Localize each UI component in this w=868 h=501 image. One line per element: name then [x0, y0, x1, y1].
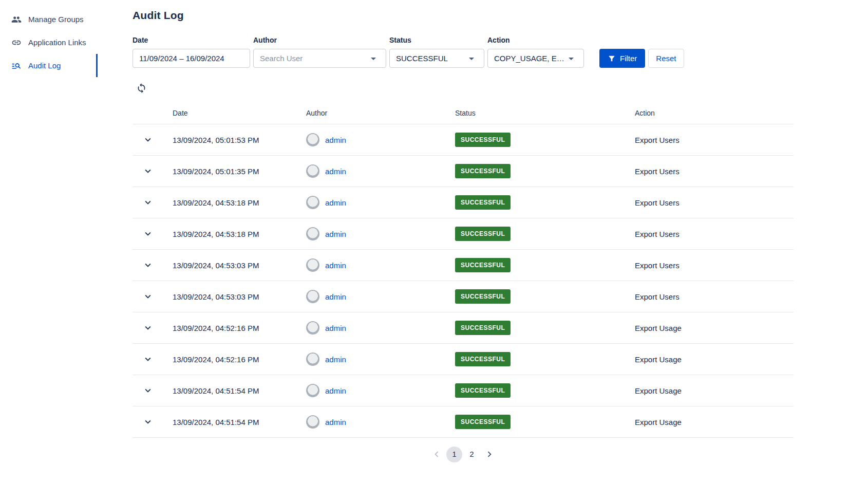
- row-status-cell: SUCCESSFUL: [455, 415, 635, 429]
- expand-cell: [133, 353, 173, 365]
- link-icon: [11, 38, 22, 48]
- table-header-row: Date Author Status Action: [133, 102, 794, 124]
- avatar: [306, 352, 319, 366]
- sidebar-item-label: Manage Groups: [28, 15, 84, 24]
- column-action: Action: [635, 109, 794, 117]
- sidebar-item-label: Audit Log: [28, 61, 61, 70]
- author-link[interactable]: admin: [325, 136, 346, 144]
- filter-icon: [608, 54, 616, 63]
- row-expand-button[interactable]: [142, 416, 154, 428]
- row-author-cell: admin: [306, 227, 455, 240]
- date-range-input[interactable]: [139, 54, 243, 63]
- date-filter-group: Date: [133, 36, 250, 68]
- page-title: Audit Log: [133, 9, 794, 22]
- status-select[interactable]: SUCCESSFUL: [389, 49, 484, 68]
- previous-page-button[interactable]: [428, 446, 445, 462]
- refresh-button[interactable]: [135, 81, 148, 95]
- sidebar-item-audit-log[interactable]: Audit Log: [0, 54, 98, 77]
- row-author-cell: admin: [306, 290, 455, 303]
- filter-button-label: Filter: [620, 54, 637, 63]
- chevron-right-icon: [484, 449, 495, 460]
- action-select-value: COPY_USAGE, EXPO: [494, 54, 565, 63]
- table-row: 13/09/2024, 04:51:54 PM admin SUCCESSFUL…: [133, 406, 794, 438]
- row-date: 13/09/2024, 04:52:16 PM: [173, 355, 306, 364]
- status-badge: SUCCESSFUL: [455, 383, 511, 398]
- status-badge: SUCCESSFUL: [455, 195, 511, 210]
- status-badge: SUCCESSFUL: [455, 258, 511, 272]
- sidebar-item-manage-groups[interactable]: Manage Groups: [0, 8, 98, 31]
- row-expand-button[interactable]: [142, 322, 154, 334]
- row-action: Export Users: [635, 167, 794, 176]
- audit-table: Date Author Status Action 13/09/2024, 05…: [133, 102, 794, 438]
- row-expand-button[interactable]: [142, 196, 154, 209]
- status-badge: SUCCESSFUL: [455, 321, 511, 335]
- date-range-field: [133, 49, 250, 68]
- page-number-button[interactable]: 1: [446, 447, 462, 462]
- action-filter-label: Action: [487, 36, 584, 44]
- expand-cell: [133, 259, 173, 271]
- page-number-button[interactable]: 2: [464, 447, 480, 462]
- author-link[interactable]: admin: [325, 198, 346, 207]
- row-date: 13/09/2024, 04:53:03 PM: [173, 292, 306, 301]
- action-select[interactable]: COPY_USAGE, EXPO: [487, 49, 584, 68]
- row-action: Export Usage: [635, 418, 794, 426]
- dropdown-arrow-icon[interactable]: [367, 52, 380, 65]
- row-action: Export Usage: [635, 324, 794, 332]
- author-search-field: [253, 49, 386, 68]
- author-link[interactable]: admin: [325, 292, 346, 301]
- row-expand-button[interactable]: [142, 290, 154, 303]
- avatar: [306, 258, 319, 272]
- row-expand-button[interactable]: [142, 228, 154, 240]
- row-expand-button[interactable]: [142, 165, 154, 177]
- author-link[interactable]: admin: [325, 261, 346, 270]
- action-filter-group: Action COPY_USAGE, EXPO: [487, 36, 584, 68]
- row-expand-button[interactable]: [142, 353, 154, 365]
- expand-cell: [133, 165, 173, 177]
- row-action: Export Usage: [635, 355, 794, 364]
- chevron-down-icon: [142, 165, 154, 177]
- avatar: [306, 415, 319, 429]
- chevron-down-icon: [142, 197, 154, 208]
- status-badge: SUCCESSFUL: [455, 227, 511, 241]
- author-filter-label: Author: [253, 36, 386, 44]
- table-row: 13/09/2024, 05:01:53 PM admin SUCCESSFUL…: [133, 124, 794, 156]
- row-date: 13/09/2024, 04:52:16 PM: [173, 324, 306, 332]
- author-link[interactable]: admin: [325, 386, 346, 395]
- author-link[interactable]: admin: [325, 355, 346, 364]
- author-search-input[interactable]: [260, 54, 367, 63]
- row-author-cell: admin: [306, 133, 455, 146]
- row-expand-button[interactable]: [142, 384, 154, 397]
- row-expand-button[interactable]: [142, 134, 154, 146]
- sidebar-item-application-links[interactable]: Application Links: [0, 31, 98, 54]
- app-window: Manage Groups Application Links Audit Lo…: [0, 0, 868, 501]
- status-badge: SUCCESSFUL: [455, 164, 511, 178]
- row-author-cell: admin: [306, 321, 455, 335]
- row-action: Export Users: [635, 198, 794, 207]
- row-expand-button[interactable]: [142, 259, 154, 271]
- table-row: 13/09/2024, 04:53:18 PM admin SUCCESSFUL…: [133, 218, 794, 250]
- table-row: 13/09/2024, 05:01:35 PM admin SUCCESSFUL…: [133, 156, 794, 187]
- row-status-cell: SUCCESSFUL: [455, 133, 635, 147]
- author-link[interactable]: admin: [325, 324, 346, 332]
- next-page-button[interactable]: [481, 446, 498, 462]
- author-link[interactable]: admin: [325, 418, 346, 426]
- column-date: Date: [173, 109, 306, 117]
- chevron-down-icon: [142, 322, 154, 333]
- reset-button[interactable]: Reset: [648, 49, 684, 68]
- author-link[interactable]: admin: [325, 167, 346, 176]
- chevron-down-icon: [142, 228, 154, 239]
- row-action: Export Usage: [635, 386, 794, 395]
- row-date: 13/09/2024, 05:01:53 PM: [173, 136, 306, 144]
- audit-search-icon: [11, 61, 22, 71]
- row-date: 13/09/2024, 04:51:54 PM: [173, 418, 306, 426]
- row-status-cell: SUCCESSFUL: [455, 227, 635, 241]
- chevron-left-icon: [431, 449, 442, 460]
- row-action: Export Users: [635, 136, 794, 144]
- row-action: Export Users: [635, 230, 794, 238]
- author-link[interactable]: admin: [325, 230, 346, 238]
- filter-button[interactable]: Filter: [599, 49, 645, 68]
- column-author: Author: [306, 109, 455, 117]
- chevron-down-icon: [142, 416, 154, 428]
- avatar: [306, 290, 319, 303]
- expand-cell: [133, 134, 173, 146]
